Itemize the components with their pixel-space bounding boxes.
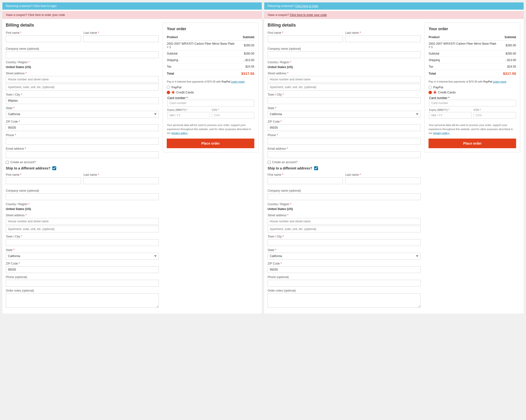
order-panel-title-2: Your order <box>428 27 516 31</box>
table-row-2: 2002-2007 WRX/STI Carbon Fiber Mirror Ba… <box>428 41 516 51</box>
privacy-notice-2: Your personal data will be used to proce… <box>428 123 516 135</box>
ship-street-input-2[interactable] <box>6 226 159 232</box>
page-instance-1: Returning customer? Click here to login … <box>2 2 262 314</box>
place-order-button-2[interactable]: Place order <box>428 139 516 148</box>
s2-street-input-1[interactable] <box>268 218 421 225</box>
paypal-radio-2[interactable] <box>428 86 432 89</box>
cvv-input-2[interactable] <box>474 112 516 119</box>
s2-zip-input[interactable] <box>268 266 421 273</box>
first-name-label: First name * <box>6 31 81 34</box>
company-input[interactable] <box>6 51 159 58</box>
b2-state-select[interactable]: California <box>268 111 421 118</box>
returning-banner-2[interactable]: Returning customer? Click here to login <box>264 2 524 10</box>
b2-street-input-2[interactable] <box>268 84 421 91</box>
create-account-checkbox[interactable] <box>6 161 9 164</box>
b2-ship-different-label: Ship to a different address? <box>268 166 312 170</box>
last-name-label: Last name * <box>83 31 159 34</box>
b2-first-name-input[interactable] <box>268 35 343 42</box>
b2-company-label: Company name (optional) <box>268 47 421 51</box>
returning-link-2[interactable]: Click here to login <box>295 4 318 8</box>
place-order-button-1[interactable]: Place order <box>167 139 254 148</box>
first-name-input[interactable] <box>6 35 81 42</box>
card-number-input-2[interactable] <box>429 100 516 106</box>
ship-town-input[interactable] <box>6 239 159 246</box>
coupon-banner-2[interactable]: Have a coupon? Click here to enter your … <box>264 11 524 19</box>
ship-phone-input[interactable] <box>6 280 159 287</box>
order-panel-2: Your order Product Subtotal 2002-2007 WR… <box>425 23 520 152</box>
table-row: 2002-2007 WRX/STI Carbon Fiber Mirror Ba… <box>167 41 254 51</box>
s2-street-input-2[interactable] <box>268 226 421 232</box>
b2-create-account-label: Create an account? <box>272 161 297 164</box>
ship-first-name-label: First name * <box>6 173 81 176</box>
ship-different-checkbox[interactable] <box>52 166 56 170</box>
s2-notes-textarea[interactable] <box>268 293 421 308</box>
billing-title-1: Billing details <box>6 23 159 28</box>
expiry-input[interactable] <box>167 112 210 119</box>
credit-card-icon <box>167 91 170 94</box>
coupon-link-2[interactable]: Click here to enter your code <box>290 13 327 17</box>
ship-phone-label: Phone (optional) <box>6 276 159 279</box>
b2-ship-different-checkbox[interactable] <box>314 166 318 170</box>
page-instance-2: Returning customer? Click here to login … <box>264 2 524 314</box>
b2-last-name-input[interactable] <box>345 35 421 42</box>
expiry-input-2[interactable] <box>429 112 471 119</box>
order-notes-textarea[interactable] <box>6 293 159 308</box>
learn-more-link[interactable]: Learn more <box>231 80 244 83</box>
last-name-input[interactable] <box>83 35 159 42</box>
returning-banner-text: Returning customer? Click here to login <box>6 4 56 8</box>
s2-country-label: Country / Region * <box>268 203 421 206</box>
ship-company-input[interactable] <box>6 193 159 200</box>
order-panel-title-1: Your order <box>167 27 254 31</box>
coupon-banner-1[interactable]: Have a coupon? Click here to enter your … <box>2 11 262 19</box>
privacy-link[interactable]: privacy policy. <box>171 132 188 134</box>
subtotal-row: Subtotal $280.00 <box>167 51 254 57</box>
b2-street-input-1[interactable] <box>268 76 421 83</box>
s2-zip-label: ZIP Code * <box>268 262 421 265</box>
company-label: Company name (optional) <box>6 47 159 51</box>
b2-create-account-checkbox[interactable] <box>268 161 271 164</box>
s2-phone-input[interactable] <box>268 280 421 287</box>
tax-row-2: Tax $24.55 <box>428 63 516 70</box>
ship-first-name-input[interactable] <box>6 177 81 184</box>
town-input[interactable] <box>6 97 159 104</box>
product-name: 2002-2007 WRX/STI Carbon Fiber Mirror Ba… <box>167 42 240 45</box>
order-section-2: Your order Product Subtotal 2002-2007 WR… <box>425 23 520 310</box>
paypal-radio[interactable] <box>167 86 170 89</box>
email-input[interactable] <box>6 151 159 158</box>
card-fields-1: Card number * Expiry (MM/YY) * CVV * <box>167 96 254 121</box>
ship-state-select[interactable]: California <box>6 253 159 259</box>
s2-company-label: Company name (optional) <box>268 189 421 192</box>
returning-banner-text-2: Returning customer? <box>268 4 295 8</box>
s2-state-select[interactable]: California <box>268 253 421 259</box>
street-input-2[interactable] <box>6 84 159 91</box>
ship-last-name-input[interactable] <box>83 177 159 184</box>
b2-zip-input[interactable] <box>268 124 421 131</box>
phone-input[interactable] <box>6 138 159 144</box>
s2-first-name-input[interactable] <box>268 177 343 184</box>
cvv-input[interactable] <box>212 112 254 119</box>
expiry-label-2: Expiry (MM/YY) * <box>429 108 471 111</box>
returning-banner-1[interactable]: Returning customer? Click here to login <box>2 2 262 10</box>
b2-email-input[interactable] <box>268 151 421 158</box>
b2-first-name-label: First name * <box>268 31 343 34</box>
learn-more-link-2[interactable]: Learn more <box>493 80 506 83</box>
paypal-installment-row: Pay in 4 interest-free payments of $79.3… <box>167 80 254 83</box>
street-input-1[interactable] <box>6 76 159 83</box>
privacy-notice: Your personal data will be used to proce… <box>167 123 254 135</box>
s2-company-input[interactable] <box>268 193 421 200</box>
privacy-link-2[interactable]: privacy policy. <box>433 132 449 134</box>
b2-town-input[interactable] <box>268 97 421 104</box>
zip-input[interactable] <box>6 124 159 131</box>
card-number-input[interactable] <box>167 100 254 106</box>
credit-card-radio[interactable] <box>172 91 175 94</box>
s2-town-input[interactable] <box>268 239 421 246</box>
ship-country-value: United States (US) <box>6 207 159 211</box>
b2-company-input[interactable] <box>268 51 421 58</box>
b2-phone-input[interactable] <box>268 138 421 144</box>
order-section-1: Your order Product Subtotal 2002-2007 WR… <box>163 23 258 310</box>
ship-street-input-1[interactable] <box>6 218 159 225</box>
ship-zip-input[interactable] <box>6 266 159 273</box>
state-select[interactable]: California <box>6 111 159 118</box>
credit-card-radio-2[interactable] <box>433 91 436 94</box>
s2-last-name-input[interactable] <box>345 177 421 184</box>
